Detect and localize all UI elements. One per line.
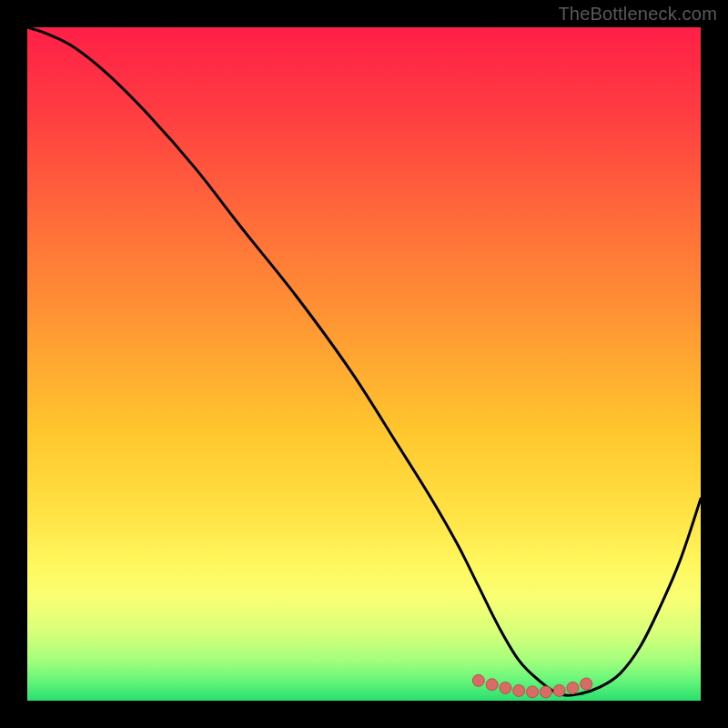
plot-area (27, 27, 701, 701)
curve-layer (27, 27, 701, 701)
marker-dot (553, 684, 565, 696)
marker-dot (567, 682, 579, 693)
bottleneck-curve (27, 27, 701, 695)
marker-dot (513, 684, 525, 696)
marker-dot (540, 686, 551, 698)
watermark-text: TheBottleneck.com (558, 4, 717, 25)
marker-dot (472, 674, 484, 686)
chart-frame: TheBottleneck.com (0, 0, 728, 728)
marker-dot (486, 679, 498, 691)
marker-dot (581, 678, 592, 690)
marker-dot (527, 686, 539, 698)
marker-dot (500, 682, 511, 693)
